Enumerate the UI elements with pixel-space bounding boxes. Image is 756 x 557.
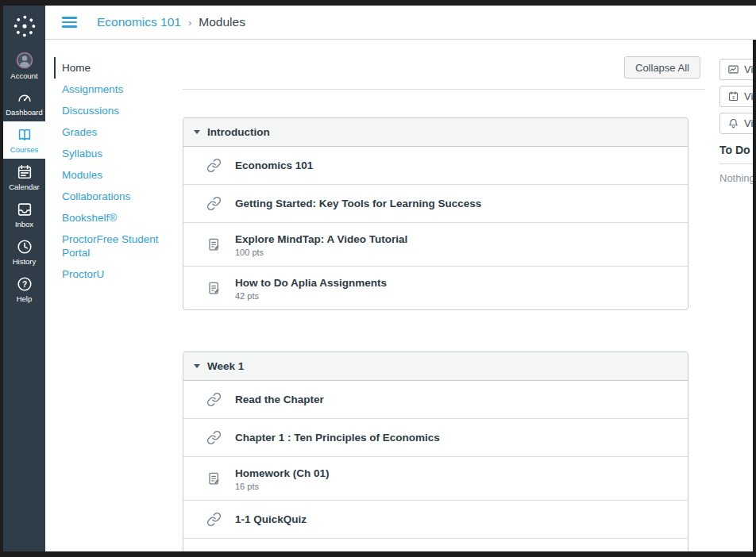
module-item-row: Economics 101	[183, 147, 688, 184]
todo-empty-text: Nothing	[719, 172, 756, 184]
module-week-1: Week 1 Read the Chapter	[183, 351, 688, 557]
module-item-points: 16 pts	[235, 482, 330, 491]
course-nav-grades[interactable]: Grades	[54, 121, 179, 143]
link-chain-icon	[206, 392, 222, 407]
course-nav: Home Assignments Discussions Grades Syll…	[54, 57, 179, 285]
module-item-link[interactable]: Getting Started: Key Tools for Learning …	[235, 197, 481, 210]
module-item-row: Read the Chapter	[183, 381, 688, 418]
module-item-points: 100 pts	[235, 248, 407, 257]
course-calendar-icon: 1	[727, 90, 739, 102]
sidebar-item-history[interactable]: History	[3, 233, 45, 271]
history-clock-icon	[16, 238, 33, 255]
caret-down-icon	[194, 364, 200, 368]
module-item-row: Getting Started: Key Tools for Learning …	[183, 184, 688, 222]
module-item-row: Chapter 1 : Ten Principles of Economics	[183, 418, 688, 456]
course-nav-proctorfree[interactable]: ProctorFree Student Portal	[54, 229, 179, 263]
frame-bottom-bar	[0, 551, 756, 557]
frame-top-bar	[0, 0, 756, 6]
module-item-points: 42 pts	[235, 291, 387, 301]
link-chain-icon	[206, 158, 222, 173]
top-header: Economics 101 › Modules	[45, 6, 753, 40]
link-chain-icon	[206, 430, 222, 445]
view-course-stream-button[interactable]: Vie	[719, 59, 756, 80]
course-nav-collaborations[interactable]: Collaborations	[54, 186, 179, 207]
sidebar-label-inbox: Inbox	[15, 221, 33, 229]
frame-right-bar	[753, 40, 756, 557]
course-nav-syllabus[interactable]: Syllabus	[54, 143, 179, 164]
module-item-row: 1-1 QuickQuiz	[183, 500, 688, 538]
assignment-document-icon	[206, 471, 222, 486]
module-item-link[interactable]: Homework (Ch 01)	[235, 467, 330, 480]
sidebar-label-courses: Courses	[10, 146, 38, 154]
sidebar-item-courses[interactable]: Courses	[3, 121, 45, 159]
sidebar-item-inbox[interactable]: Inbox	[3, 196, 45, 233]
module-header[interactable]: Introduction	[183, 118, 688, 147]
module-item-link[interactable]: Economics 101	[235, 159, 313, 172]
right-panel: Vie 1 Vie Vie To Do Nothing	[719, 59, 756, 184]
view-course-calendar-button[interactable]: 1 Vie	[719, 86, 756, 107]
course-nav-modules[interactable]: Modules	[54, 164, 179, 186]
todo-heading: To Do	[719, 144, 756, 156]
module-introduction: Introduction Economics 101	[183, 117, 688, 310]
course-nav-assignments[interactable]: Assignments	[54, 79, 179, 100]
module-title: Introduction	[207, 126, 270, 138]
inbox-tray-icon	[16, 201, 33, 218]
sidebar-item-dashboard[interactable]: Dashboard	[3, 84, 45, 121]
breadcrumb: Economics 101 › Modules	[97, 15, 245, 29]
courses-book-icon	[16, 126, 33, 144]
view-course-notifications-button[interactable]: Vie	[719, 113, 756, 134]
module-title: Week 1	[207, 360, 244, 372]
calendar-icon	[16, 163, 33, 181]
link-chain-icon	[206, 512, 222, 527]
course-nav-bookshelf[interactable]: Bookshelf®	[54, 207, 179, 229]
sidebar-item-account[interactable]: Account	[3, 47, 45, 84]
course-stream-icon	[727, 63, 739, 75]
module-item-link[interactable]: 1-1 QuickQuiz	[235, 513, 307, 526]
course-nav-home[interactable]: Home	[54, 57, 179, 79]
toolbar-divider	[183, 89, 705, 90]
module-item-link[interactable]: How to Do Aplia Assignments	[235, 276, 387, 290]
course-nav-proctoru[interactable]: ProctorU	[54, 263, 179, 285]
module-item-link[interactable]: Read the Chapter	[235, 393, 324, 406]
breadcrumb-separator: ›	[188, 17, 191, 29]
caret-down-icon	[194, 130, 200, 134]
module-item-row: Homework (Ch 01) 16 pts	[183, 456, 688, 500]
sidebar-label-calendar: Calendar	[9, 183, 40, 191]
canvas-logo-icon	[11, 13, 38, 40]
module-item-link[interactable]: Chapter 1 : Ten Principles of Economics	[235, 431, 440, 444]
help-question-icon: ?	[16, 275, 33, 293]
todo-divider	[719, 163, 756, 164]
assignment-document-icon	[206, 237, 222, 252]
collapse-all-button[interactable]: Collapse All	[624, 56, 700, 79]
sidebar-label-help: Help	[17, 295, 33, 303]
global-nav-sidebar: Account Dashboard Courses Calendar Inbox	[3, 6, 45, 551]
svg-text:1: 1	[732, 95, 735, 100]
dashboard-gauge-icon	[16, 89, 33, 106]
module-item-row: How to Do Aplia Assignments 42 pts	[183, 266, 688, 309]
sidebar-label-history: History	[13, 258, 37, 266]
module-item-row: Explore MindTap: A Video Tutorial 100 pt…	[183, 222, 688, 266]
sidebar-label-account: Account	[10, 72, 37, 80]
notifications-bell-icon	[727, 117, 739, 129]
course-nav-discussions[interactable]: Discussions	[54, 100, 179, 121]
hamburger-menu-icon[interactable]	[62, 17, 77, 28]
canvas-logo-icon[interactable]	[3, 6, 45, 47]
sidebar-label-dashboard: Dashboard	[6, 109, 42, 117]
frame-left-bar	[0, 0, 3, 557]
breadcrumb-current-page: Modules	[199, 15, 245, 29]
module-item-link[interactable]: Explore MindTap: A Video Tutorial	[235, 232, 407, 246]
svg-text:?: ?	[21, 280, 26, 289]
breadcrumb-course-link[interactable]: Economics 101	[97, 15, 181, 29]
sidebar-item-help[interactable]: ? Help	[3, 271, 45, 308]
assignment-document-icon	[206, 281, 222, 296]
link-chain-icon	[206, 196, 222, 211]
modules-list: Introduction Economics 101	[183, 117, 688, 557]
module-header[interactable]: Week 1	[183, 352, 688, 381]
account-avatar-icon	[15, 51, 34, 70]
sidebar-item-calendar[interactable]: Calendar	[3, 159, 45, 196]
